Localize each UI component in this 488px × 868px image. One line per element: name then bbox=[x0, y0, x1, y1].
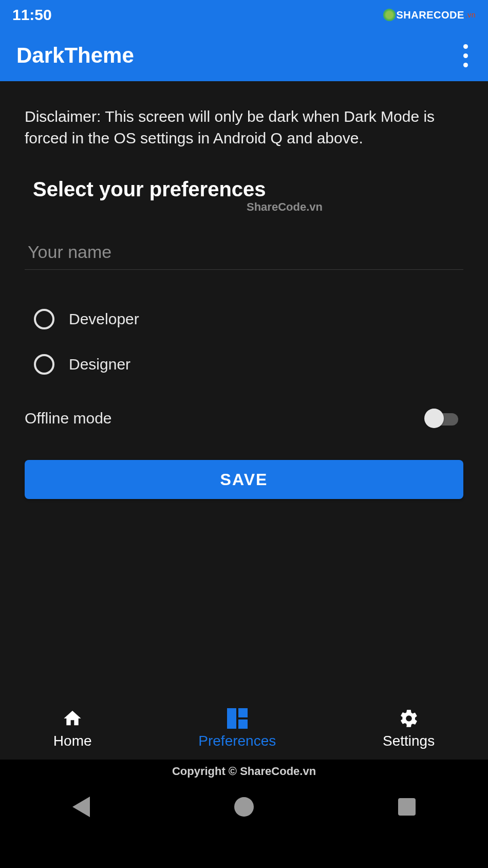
grid-icon bbox=[227, 708, 248, 729]
app-bar: DarkTheme bbox=[0, 30, 488, 81]
sharecode-text: SHARECODE bbox=[397, 9, 464, 21]
radio-unchecked-icon bbox=[34, 354, 54, 375]
role-radio-group: Developer Designer bbox=[25, 297, 463, 387]
app-title: DarkTheme bbox=[16, 43, 134, 68]
name-input[interactable] bbox=[25, 237, 463, 270]
sharecode-suffix: .vn bbox=[465, 11, 476, 19]
more-vert-icon-dot bbox=[463, 44, 468, 49]
nav-settings[interactable]: Settings bbox=[383, 708, 435, 749]
disclaimer-text: Disclaimer: This screen will only be dar… bbox=[25, 106, 463, 149]
recents-icon[interactable] bbox=[398, 798, 416, 816]
sharecode-logo: SHARECODE .vn bbox=[383, 8, 476, 22]
nav-home[interactable]: Home bbox=[53, 708, 92, 749]
more-vert-icon-dot bbox=[463, 53, 468, 58]
more-vert-icon-dot bbox=[463, 63, 468, 67]
radio-label: Developer bbox=[69, 310, 139, 328]
back-icon[interactable] bbox=[72, 797, 90, 817]
offline-mode-label: Offline mode bbox=[25, 410, 112, 427]
nav-preferences[interactable]: Preferences bbox=[198, 708, 276, 749]
nav-label: Home bbox=[53, 733, 92, 749]
system-nav-bar bbox=[0, 784, 488, 836]
status-time: 11:50 bbox=[12, 6, 52, 24]
more-menu-button[interactable] bbox=[459, 44, 472, 67]
sharecode-swirl-icon bbox=[383, 9, 396, 21]
content-body: Disclaimer: This screen will only be dar… bbox=[0, 81, 488, 698]
save-button[interactable]: SAVE bbox=[25, 460, 463, 499]
nav-label: Settings bbox=[383, 733, 435, 749]
offline-mode-switch[interactable] bbox=[424, 409, 458, 428]
nav-label: Preferences bbox=[198, 733, 276, 749]
preferences-heading: Select your preferences bbox=[25, 178, 463, 201]
copyright-text: Copyright © ShareCode.vn bbox=[0, 760, 488, 784]
name-field-wrap bbox=[25, 237, 463, 270]
switch-thumb-icon bbox=[424, 409, 444, 428]
status-bar: 11:50 SHARECODE .vn bbox=[0, 0, 488, 30]
radio-developer[interactable]: Developer bbox=[34, 297, 463, 342]
radio-label: Designer bbox=[69, 356, 130, 373]
home-icon bbox=[62, 708, 83, 729]
offline-mode-row: Offline mode bbox=[25, 409, 463, 428]
home-circle-icon[interactable] bbox=[234, 797, 254, 817]
watermark-center: ShareCode.vn bbox=[247, 200, 323, 214]
gear-icon bbox=[399, 708, 419, 729]
radio-unchecked-icon bbox=[34, 309, 54, 329]
radio-designer[interactable]: Designer bbox=[34, 342, 463, 387]
status-right: SHARECODE .vn bbox=[383, 8, 476, 22]
bottom-nav: Home Preferences Settings bbox=[0, 698, 488, 760]
